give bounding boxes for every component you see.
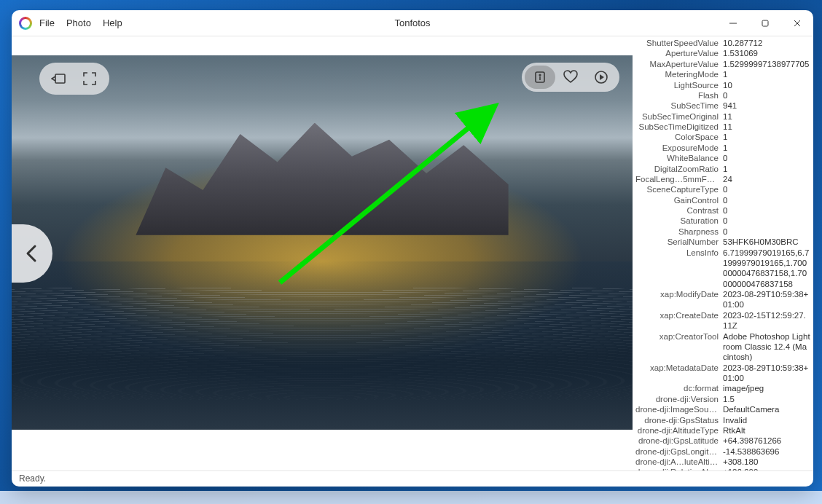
metadata-key: drone-dji:A…luteAltitude	[635, 457, 723, 467]
metadata-row: xap:ModifyDate2023-08-29T10:59:38+01:00	[635, 289, 810, 310]
metadata-row: dc:formatimage/jpeg	[635, 383, 810, 393]
metadata-row: drone-dji:AltitudeTypeRtkAlt	[635, 425, 810, 436]
photo-viewer	[12, 36, 633, 470]
metadata-value: 0	[723, 227, 810, 237]
metadata-row: ShutterSpeedValue10.287712	[635, 38, 810, 48]
metadata-row: ColorSpace1	[635, 132, 810, 142]
metadata-row: Saturation0	[635, 216, 810, 226]
metadata-value: 1	[723, 164, 810, 174]
metadata-key: SubSecTimeOriginal	[635, 111, 723, 122]
svg-marker-9	[600, 74, 604, 80]
metadata-value: +308.180	[723, 457, 810, 467]
menu-file[interactable]: File	[39, 17, 55, 28]
metadata-value: 0	[723, 205, 810, 216]
metadata-value: 1	[723, 132, 810, 142]
metadata-value: 11	[723, 122, 810, 132]
metadata-value: 0	[723, 153, 810, 163]
fullscreen-button[interactable]	[74, 67, 105, 90]
metadata-row: ApertureValue1.531069	[635, 48, 810, 58]
metadata-value: Adobe Photoshop Lightroom Classic 12.4 (…	[723, 331, 810, 363]
viewer-controls-left	[39, 63, 109, 95]
metadata-key: drone-dji:GpsStatus	[635, 415, 723, 425]
metadata-row: drone-dji:GpsLatitude+64.398761266	[635, 436, 810, 446]
photo-canvas[interactable]	[12, 55, 633, 430]
svg-point-6	[539, 74, 541, 76]
app-window: File Photo Help Tonfotos	[12, 10, 813, 487]
metadata-key: dc:format	[635, 383, 723, 393]
maximize-button[interactable]	[749, 10, 781, 36]
metadata-key: Flash	[635, 90, 723, 101]
metadata-value: 1.5	[723, 394, 810, 404]
metadata-value: DefaultCamera	[723, 404, 810, 414]
metadata-value: 24	[723, 174, 810, 184]
metadata-key: ColorSpace	[635, 132, 723, 142]
window-title: Tonfotos	[12, 17, 813, 28]
metadata-value: 6.71999979019165,6.71999979019165,1.7000…	[723, 248, 810, 290]
metadata-key: LightSource	[635, 80, 723, 90]
metadata-key: ExposureMode	[635, 143, 723, 153]
menu-help[interactable]: Help	[103, 17, 122, 28]
metadata-key: xap:CreatorTool	[635, 331, 723, 363]
close-button[interactable]	[781, 10, 813, 36]
metadata-row: drone-dji:GpsStatusInvalid	[635, 415, 810, 425]
metadata-row: xap:MetadataDate2023-08-29T10:59:38+01:0…	[635, 363, 810, 384]
metadata-row: SerialNumber53HFK6H0M30BRC	[635, 237, 810, 247]
svg-rect-1	[762, 20, 768, 26]
metadata-key: SerialNumber	[635, 237, 723, 247]
menu-photo[interactable]: Photo	[66, 17, 91, 28]
viewer-controls-right	[522, 63, 619, 92]
metadata-key: GainControl	[635, 195, 723, 205]
desktop-taskbar	[0, 491, 822, 504]
titlebar: File Photo Help Tonfotos	[12, 10, 813, 36]
metadata-key: drone-dji:Version	[635, 394, 723, 404]
metadata-value: -14.538863696	[723, 446, 810, 457]
metadata-row: SubSecTime941	[635, 101, 810, 111]
metadata-row: SubSecTimeDigitized11	[635, 122, 810, 132]
metadata-row: MaxApertureValue1.52999997138977705	[635, 59, 810, 69]
metadata-key: MaxApertureValue	[635, 59, 723, 69]
metadata-row: xap:CreatorToolAdobe Photoshop Lightroom…	[635, 331, 810, 363]
metadata-row: ExposureMode1	[635, 143, 810, 153]
metadata-key: ShutterSpeedValue	[635, 38, 723, 48]
metadata-value: 11	[723, 111, 810, 122]
favorite-button[interactable]	[555, 66, 586, 89]
metadata-row: Contrast0	[635, 205, 810, 216]
metadata-value: 2023-02-15T12:59:27.11Z	[723, 310, 810, 331]
metadata-key: xap:CreateDate	[635, 310, 723, 331]
metadata-key: Saturation	[635, 216, 723, 226]
metadata-value: image/jpeg	[723, 383, 810, 393]
metadata-value: RtkAlt	[723, 425, 810, 436]
metadata-value: 1.52999997138977705	[723, 59, 810, 69]
photo-detail	[12, 288, 633, 400]
info-button[interactable]	[525, 66, 555, 89]
metadata-row: LensInfo6.71999979019165,6.7199997901916…	[635, 248, 810, 290]
metadata-row: Flash0	[635, 90, 810, 101]
metadata-row: WhiteBalance0	[635, 153, 810, 163]
metadata-value: 53HFK6H0M30BRC	[723, 237, 810, 247]
chevron-left-icon	[25, 243, 39, 264]
metadata-value: 0	[723, 184, 810, 194]
metadata-value: 10.287712	[723, 38, 810, 48]
metadata-value: Invalid	[723, 415, 810, 425]
metadata-value: +64.398761266	[723, 436, 810, 446]
back-button[interactable]	[44, 67, 74, 90]
minimize-button[interactable]	[717, 10, 749, 36]
metadata-key: drone-dji:ImageSource	[635, 404, 723, 414]
metadata-value: 941	[723, 101, 810, 111]
metadata-key: FocalLeng…5mmFormat	[635, 174, 723, 184]
content-area: ShutterSpeedValue10.287712ApertureValue1…	[12, 36, 813, 470]
status-bar: Ready.	[12, 470, 813, 487]
svg-rect-4	[55, 74, 65, 83]
metadata-panel[interactable]: ShutterSpeedValue10.287712ApertureValue1…	[633, 36, 813, 470]
metadata-key: SubSecTime	[635, 101, 723, 111]
slideshow-button[interactable]	[586, 66, 616, 89]
metadata-key: drone-dji:GpsLatitude	[635, 436, 723, 446]
metadata-value: 0	[723, 195, 810, 205]
metadata-key: MeteringMode	[635, 69, 723, 79]
window-controls	[717, 10, 813, 36]
app-icon	[19, 17, 32, 30]
metadata-value: 0	[723, 216, 810, 226]
metadata-row: LightSource10	[635, 80, 810, 90]
metadata-row: MeteringMode1	[635, 69, 810, 79]
metadata-row: SceneCaptureType0	[635, 184, 810, 194]
